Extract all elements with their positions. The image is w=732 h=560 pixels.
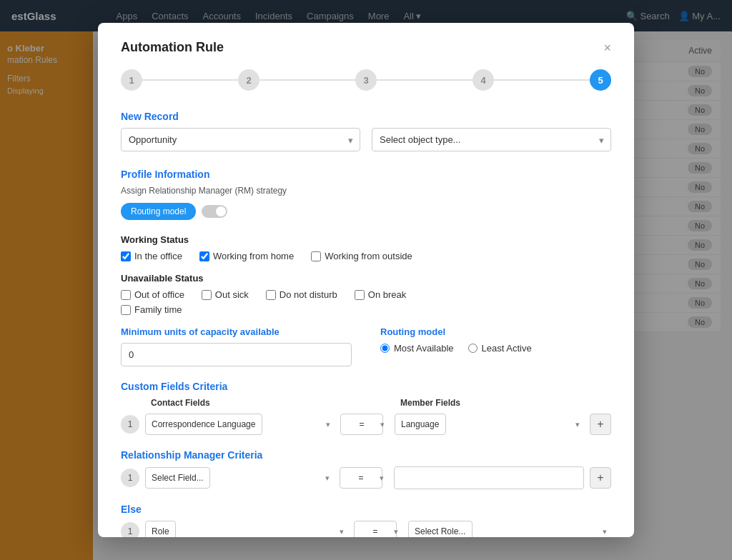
unavailable-status-title: Unavailable Status	[121, 273, 611, 284]
checkbox-in-office-input[interactable]	[121, 251, 131, 261]
working-status-section: Working Status In the office Working fro…	[121, 234, 611, 261]
modal-title: Automation Rule	[121, 40, 224, 55]
rm-label: Relationship Manager Criteria	[121, 449, 611, 461]
type-select-wrapper: Select object type...	[372, 128, 611, 151]
step-1[interactable]: 1	[121, 69, 142, 91]
capacity-block: Minimum units of capacity available	[121, 326, 352, 366]
modal-header: Automation Rule ×	[121, 40, 611, 55]
routing-model-toggle[interactable]: Routing model	[121, 203, 196, 220]
rm-field-select[interactable]: Select Field...	[145, 467, 210, 489]
radio-most-available-label: Most Available	[394, 343, 454, 354]
unavailable-status-section: Unavailable Status Out of office Out sic…	[121, 273, 611, 315]
step-line-4	[494, 79, 590, 81]
checkbox-out-of-office-input[interactable]	[121, 290, 131, 300]
checkbox-on-break-input[interactable]	[355, 290, 365, 300]
modal: Automation Rule × 1 2 3 4 5 New Record O…	[98, 23, 634, 537]
checkbox-work-from-home[interactable]: Working from home	[199, 251, 294, 261]
rm-operator-select[interactable]: =	[340, 467, 382, 489]
checkbox-out-sick-input[interactable]	[202, 290, 212, 300]
cf-header-row: Contact Fields Member Fields	[121, 398, 611, 408]
rm-value-field[interactable]	[394, 466, 584, 489]
checkbox-out-sick[interactable]: Out sick	[202, 289, 249, 300]
capacity-input[interactable]	[121, 343, 352, 366]
cf-operator-wrapper: =	[340, 414, 389, 435]
type-select[interactable]: Select object type...	[372, 128, 611, 151]
toggle-row: Routing model	[121, 203, 611, 220]
cf-member-col-label: Member Fields	[400, 398, 578, 408]
cf-op-spacer	[340, 398, 389, 408]
step-5[interactable]: 5	[590, 69, 611, 91]
checkbox-out-of-office-label: Out of office	[134, 289, 184, 300]
step-3[interactable]: 3	[355, 69, 377, 91]
checkbox-work-from-home-input[interactable]	[199, 251, 209, 261]
new-record-row: Opportunity Select object type...	[121, 128, 611, 151]
custom-fields-label: Custom Fields Criteria	[121, 381, 611, 392]
cf-contact-field-wrapper: Correspondence Language	[145, 414, 335, 435]
else-field-wrapper: Role	[145, 521, 348, 537]
step-line-3	[377, 79, 473, 81]
checkbox-family-time[interactable]: Family time	[121, 304, 182, 315]
checkbox-on-break[interactable]: On break	[355, 289, 406, 300]
cf-contact-col-label: Contact Fields	[151, 398, 329, 408]
stepper: 1 2 3 4 5	[121, 69, 611, 91]
else-row-1: 1 Role = Select Role...	[121, 521, 611, 537]
checkbox-work-outside[interactable]: Working from outside	[311, 251, 412, 261]
cf-row-num-1: 1	[121, 415, 139, 434]
checkbox-do-not-disturb-input[interactable]	[266, 290, 276, 300]
checkbox-work-outside-input[interactable]	[311, 251, 321, 261]
step-2[interactable]: 2	[238, 69, 259, 91]
checkbox-work-outside-label: Working from outside	[325, 251, 412, 261]
cf-row-1: 1 Correspondence Language = Language	[121, 414, 611, 435]
capacity-routing-row: Minimum units of capacity available Rout…	[121, 326, 611, 366]
checkbox-do-not-disturb[interactable]: Do not disturb	[266, 289, 337, 300]
step-4[interactable]: 4	[473, 69, 494, 91]
rm-operator-wrapper: =	[340, 467, 388, 489]
rm-field-wrapper: Select Field...	[145, 467, 334, 489]
routing-label: Routing model	[380, 326, 611, 337]
rm-add-row-button[interactable]: +	[590, 467, 611, 489]
checkbox-family-time-label: Family time	[134, 304, 182, 315]
toggle-switch[interactable]	[202, 205, 227, 218]
radio-least-active-label: Least Active	[482, 343, 532, 354]
rm-row-num-1: 1	[121, 469, 139, 487]
cf-member-field-select[interactable]: Language	[395, 414, 446, 435]
else-operator-select[interactable]: =	[354, 521, 397, 537]
capacity-label: Minimum units of capacity available	[121, 326, 352, 337]
cf-member-field-wrapper: Language	[395, 414, 584, 435]
checkbox-family-time-input[interactable]	[121, 305, 131, 315]
unavailable-checkboxes-row2: Family time	[121, 304, 611, 315]
else-label: Else	[121, 504, 611, 515]
cf-num-spacer	[121, 398, 139, 408]
checkbox-out-of-office[interactable]: Out of office	[121, 289, 184, 300]
rm-row-1: 1 Select Field... = +	[121, 466, 611, 489]
working-status-title: Working Status	[121, 234, 611, 245]
else-field-select[interactable]: Role	[145, 521, 176, 537]
checkbox-on-break-label: On break	[368, 289, 406, 300]
else-section: Else 1 Role = Select Role...	[121, 504, 611, 537]
radio-most-available-input[interactable]	[380, 344, 390, 353]
close-button[interactable]: ×	[603, 41, 611, 54]
routing-block: Routing model Most Available Least Activ…	[380, 326, 611, 354]
working-status-checkboxes: In the office Working from home Working …	[121, 251, 611, 261]
unavailable-checkboxes-row1: Out of office Out sick Do not disturb On…	[121, 289, 611, 300]
radio-least-active-input[interactable]	[468, 344, 478, 353]
cf-add-row-button[interactable]: +	[590, 414, 611, 435]
cf-operator-select[interactable]: =	[340, 414, 383, 435]
step-line-1	[142, 79, 238, 81]
checkbox-do-not-disturb-label: Do not disturb	[280, 289, 337, 300]
profile-label: Profile Information	[121, 169, 611, 180]
profile-section: Profile Information Assign Relationship …	[121, 169, 611, 220]
checkbox-in-office[interactable]: In the office	[121, 251, 182, 261]
radio-least-active[interactable]: Least Active	[468, 343, 532, 354]
routing-radio-row: Most Available Least Active	[380, 343, 611, 354]
object-select[interactable]: Opportunity	[121, 128, 360, 151]
checkbox-work-from-home-label: Working from home	[213, 251, 294, 261]
object-select-wrapper: Opportunity	[121, 128, 360, 151]
step-line-2	[259, 79, 355, 81]
modal-overlay: Automation Rule × 1 2 3 4 5 New Record O…	[0, 0, 732, 560]
else-value-select[interactable]: Select Role...	[408, 521, 473, 537]
checkbox-in-office-label: In the office	[134, 251, 182, 261]
radio-most-available[interactable]: Most Available	[380, 343, 454, 354]
custom-fields-section: Custom Fields Criteria Contact Fields Me…	[121, 381, 611, 435]
cf-contact-field-select[interactable]: Correspondence Language	[145, 414, 262, 435]
